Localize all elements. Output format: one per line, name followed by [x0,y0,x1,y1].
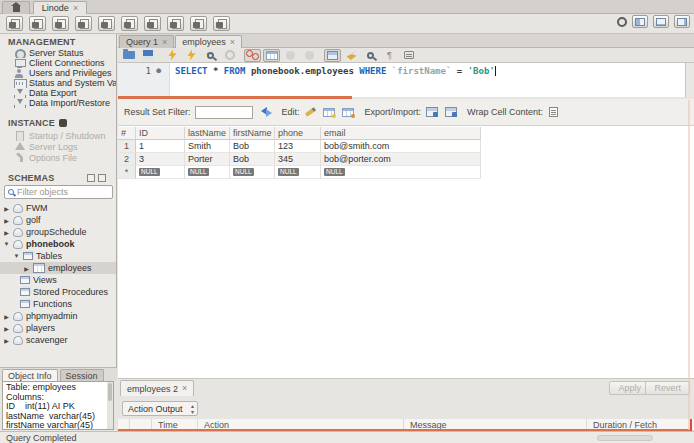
execute-current-button[interactable] [183,49,200,62]
create-schema-icon[interactable] [52,16,69,31]
toggle-invisible-chars-button[interactable]: ¶ [381,49,398,62]
sidebar-item-users-privileges[interactable]: Users and Privileges [0,68,116,78]
cell-id[interactable]: 3 [136,153,185,166]
cell-id[interactable]: 1 [136,140,185,153]
schema-filter[interactable] [4,185,113,199]
delete-record-button[interactable] [340,106,357,119]
close-icon[interactable]: × [162,38,167,47]
tree-item-fwm[interactable]: ▶FWM [0,202,116,214]
rollback-button[interactable] [301,49,318,62]
cell-null[interactable]: NULL [230,166,275,179]
reconnect-dbms-icon[interactable] [213,16,230,31]
home-tab[interactable] [2,1,30,14]
open-sql-script-icon[interactable] [29,16,46,31]
stop-query-button[interactable] [221,49,238,62]
col-header-phone[interactable]: phone [275,127,321,140]
sidebar-item-data-export[interactable]: Data Export [0,88,116,98]
create-table-icon[interactable] [75,16,92,31]
cell-lastname[interactable]: Porter [185,153,230,166]
tree-item-golf[interactable]: ▶golf [0,214,116,226]
new-query-tab-icon[interactable] [6,16,23,31]
toggle-secondary-panel-button[interactable] [674,15,690,28]
cell-phone[interactable]: 345 [275,153,321,166]
explain-plan-button[interactable] [202,49,219,62]
col-header-lastname[interactable]: lastName [185,127,230,140]
cell-email[interactable]: bob@smith.com [321,140,481,153]
edit-record-button[interactable] [302,106,319,119]
cell-firstname[interactable]: Bob [230,153,275,166]
result-tab-employees-2[interactable]: employees 2 × [120,380,194,396]
toggle-sidebar-panel-button[interactable] [632,15,648,28]
sidebar-item-server-logs[interactable]: Server Logs [0,141,116,152]
tree-item-employees[interactable]: ▶employees [0,262,116,274]
tree-item-tables[interactable]: ▼Tables [0,250,116,262]
sql-editor[interactable]: 1 ● SELECT * FROM phonebook.employees WH… [118,62,694,97]
col-header-rownum[interactable]: # [118,127,136,140]
cell-firstname[interactable]: Bob [230,140,275,153]
create-user-icon[interactable] [167,16,184,31]
create-procedure-icon[interactable] [121,16,138,31]
connection-tab[interactable]: Linode × [33,1,87,14]
tree-item-views[interactable]: Views [0,274,116,286]
tree-item-phpmyadmin[interactable]: ▶phpmyadmin [0,310,116,322]
cell-null[interactable]: NULL [136,166,185,179]
tab-employees[interactable]: employees× [175,35,242,48]
import-records-button[interactable] [442,106,459,119]
tree-item-players[interactable]: ▶players [0,322,116,334]
search-table-data-icon[interactable] [190,16,207,31]
toggle-output-panel-button[interactable] [653,15,669,28]
sidebar-item-status-variables[interactable]: Status and System Variables [0,78,116,88]
refresh-schemas-icon[interactable] [98,174,106,182]
row-header-new[interactable]: * [118,166,136,179]
limit-rows-button[interactable] [263,49,280,62]
horizontal-scrollbar-thumb[interactable] [597,435,653,441]
commit-button[interactable] [282,49,299,62]
row-header[interactable]: 1 [118,140,136,153]
cell-lastname[interactable]: Smith [185,140,230,153]
sidebar-item-data-import[interactable]: Data Import/Restore [0,98,116,108]
cell-email[interactable]: bob@porter.com [321,153,481,166]
close-icon[interactable]: × [73,4,78,13]
refresh-icon[interactable] [261,107,272,117]
cell-null[interactable]: NULL [321,166,481,179]
revert-button[interactable]: Revert [645,381,690,395]
toggle-word-wrap-button[interactable] [400,49,417,62]
tree-item-phonebook[interactable]: ▼phonebook [0,238,116,250]
row-header[interactable]: 2 [118,153,136,166]
sidebar-item-client-connections[interactable]: Client Connections [0,58,116,68]
close-icon[interactable]: × [230,38,235,47]
find-button[interactable] [362,49,379,62]
editor-scrollbar[interactable] [685,63,694,97]
result-filter-input[interactable] [195,106,253,119]
new-tab-on-execute-button[interactable] [324,49,341,62]
tab-query-1[interactable]: Query 1× [119,35,174,48]
sidebar-item-options-file[interactable]: Options File [0,152,116,163]
output-type-select[interactable]: Action Output ▴▾ [122,401,198,416]
open-file-button[interactable] [120,49,137,62]
sidebar-item-startup-shutdown[interactable]: Startup / Shutdown [0,130,116,141]
sidebar-item-server-status[interactable]: Server Status [0,48,116,58]
tree-item-stored-procedures[interactable]: Stored Procedures [0,286,116,298]
schema-filter-input[interactable] [17,187,102,197]
col-header-firstname[interactable]: firstName [230,127,275,140]
notification-icon[interactable] [617,17,627,27]
col-header-email[interactable]: email [321,127,481,140]
save-script-button[interactable] [139,49,156,62]
sql-code-line[interactable]: SELECT * FROM phonebook.employees WHERE … [175,66,496,76]
create-function-icon[interactable] [144,16,161,31]
apply-button[interactable]: Apply [609,381,650,395]
wrap-cell-content-button[interactable] [545,106,562,119]
cell-null[interactable]: NULL [275,166,321,179]
col-header-id[interactable]: ID [136,127,185,140]
spinner-icon[interactable]: ▴▾ [191,403,194,415]
tree-item-groupschedule[interactable]: ▶groupSchedule [0,226,116,238]
tree-item-functions[interactable]: Functions [0,298,116,310]
export-recordset-button[interactable] [423,106,440,119]
toggle-autocommit-button[interactable] [244,49,261,62]
beautify-sql-button[interactable] [343,49,360,62]
tree-item-scavenger[interactable]: ▶scavenger [0,334,116,346]
expand-schemas-icon[interactable] [87,174,95,182]
create-view-icon[interactable] [98,16,115,31]
cell-phone[interactable]: 123 [275,140,321,153]
close-icon[interactable]: × [182,384,187,393]
